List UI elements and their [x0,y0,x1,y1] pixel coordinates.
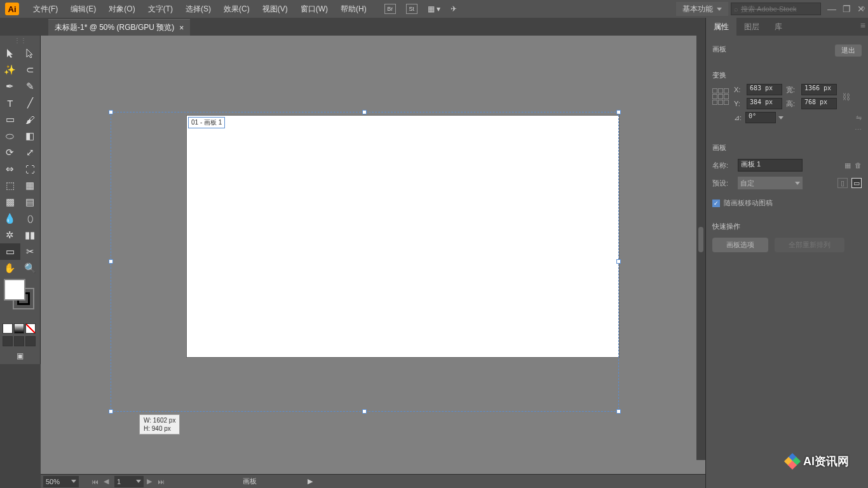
move-artwork-checkbox[interactable]: ✓ [712,200,720,207]
rectangle-tool[interactable]: ▭ [0,111,20,128]
draw-behind[interactable] [14,336,24,346]
handle-n[interactable] [362,110,367,114]
h-input[interactable]: 768 px [801,98,837,109]
handle-se[interactable] [616,409,621,414]
w-input[interactable]: 1366 px [801,84,837,95]
minimize-button[interactable]: — [827,4,836,14]
artboard-options-icon[interactable]: ▦ [844,161,851,170]
y-input[interactable]: 384 px [747,98,782,109]
menu-effect[interactable]: 效果(C) [217,0,256,18]
orientation-portrait-icon[interactable]: ▯ [837,178,848,188]
close-tab-icon[interactable]: × [179,24,184,32]
fill-swatch[interactable] [4,279,25,301]
paintbrush-tool[interactable]: 🖌 [20,111,41,128]
slice-tool[interactable]: ✂ [20,243,41,260]
type-tool[interactable]: T [0,95,20,111]
stock-search[interactable]: ⌕ 搜索 Adobe Stock [731,3,821,15]
tab-properties[interactable]: 属性 [706,18,736,36]
handle-e[interactable] [616,259,621,264]
document-tab[interactable]: 未标题-1* @ 50% (RGB/GPU 预览) × [48,19,190,36]
artboard-options-button[interactable]: 画板选项 [712,238,768,252]
color-mode-none[interactable] [25,323,36,334]
draw-inside[interactable] [25,336,36,346]
perspective-tool[interactable]: ▦ [20,177,41,194]
rotate-tool[interactable]: ⟳ [0,144,20,161]
menu-help[interactable]: 帮助(H) [334,0,373,18]
transform-more-icon[interactable]: ⋯ [712,126,862,134]
gpu-preview-icon[interactable]: ✈ [451,4,457,13]
selection-marquee[interactable] [111,112,619,412]
symbol-spray-tool[interactable]: ✲ [0,227,20,243]
artboard-name-input[interactable]: 画板 1 [738,159,803,172]
mesh-tool[interactable]: ▩ [0,194,20,210]
menubar: Ai 文件(F) 编辑(E) 对象(O) 文字(T) 选择(S) 效果(C) 视… [0,0,868,18]
reference-point-grid[interactable] [712,88,729,105]
pen-tool[interactable]: ✒ [0,78,20,95]
line-tool[interactable]: ╱ [20,95,41,111]
menu-view[interactable]: 视图(V) [256,0,294,18]
hscroll-left-icon[interactable]: ▶ [308,477,313,485]
canvas[interactable]: 01 - 画板 1 W: 1602 px H: 940 px [41,36,705,474]
handle-sw[interactable] [109,409,113,414]
zoom-tool[interactable]: 🔍 [20,260,41,276]
tab-libraries[interactable]: 库 [767,18,790,36]
shape-builder-tool[interactable]: ⬚ [0,177,20,194]
panel-menu-icon[interactable]: ≡ [860,20,865,30]
menu-file[interactable]: 文件(F) [27,0,64,18]
tab-layers[interactable]: 图层 [736,18,767,36]
w-label: 宽: [786,85,797,95]
screen-mode[interactable]: ▣ [0,348,40,364]
lasso-tool[interactable]: ⊂ [20,62,41,78]
menu-window[interactable]: 窗口(W) [294,0,334,18]
graph-tool[interactable]: ▮▮ [20,227,41,243]
zoom-level[interactable]: 50% [43,476,79,487]
draw-normal[interactable] [3,336,13,346]
direct-selection-tool[interactable] [20,45,41,62]
scale-tool[interactable]: ⤢ [20,144,41,161]
eyedropper-tool[interactable]: 💧 [0,210,20,227]
selection-tool[interactable] [0,45,20,62]
x-input[interactable]: 683 px [747,84,782,95]
vertical-scrollbar[interactable] [696,36,705,460]
artboard-tool[interactable]: ▭ [0,243,20,260]
menu-select[interactable]: 选择(S) [179,0,217,18]
color-mode-solid[interactable] [3,323,13,334]
tab-overflow-icon[interactable]: » [860,3,865,13]
exit-artboard-button[interactable]: 退出 [835,44,862,57]
arrange-docs-icon[interactable]: ▦ ▾ [428,4,440,13]
restore-button[interactable]: ❐ [843,4,851,14]
artboard-delete-icon[interactable]: 🗑 [855,161,862,169]
handle-w[interactable] [109,259,113,264]
preset-dropdown[interactable]: 自定 [738,177,803,189]
handle-ne[interactable] [616,110,621,114]
orientation-landscape-icon[interactable]: ▭ [851,178,862,188]
menu-edit[interactable]: 编辑(E) [64,0,102,18]
workspace-selector[interactable]: 基本功能 [676,2,728,16]
section-artboard2-title: 画板 [712,139,862,156]
menu-object[interactable]: 对象(O) [102,0,141,18]
handle-nw[interactable] [109,110,113,114]
curvature-tool[interactable]: ✎ [20,78,41,95]
shaper-tool[interactable]: ⬭ [0,128,20,144]
next-artboard-button[interactable]: ▶ [144,477,155,487]
magic-wand-tool[interactable]: ✨ [0,62,20,78]
menu-type[interactable]: 文字(T) [142,0,179,18]
eraser-tool[interactable]: ◧ [20,128,41,144]
bridge-icon[interactable]: Br [384,4,396,14]
fill-stroke-swatches[interactable] [0,276,40,322]
width-tool[interactable]: ⇔ [0,161,20,177]
angle-input[interactable]: 0° [745,112,776,123]
prev-artboard-button[interactable]: ◀ [100,477,112,487]
artboard-number[interactable]: 1 [114,476,144,487]
flip-h-icon[interactable]: ⇋ [856,114,862,122]
blend-tool[interactable]: ⬯ [20,210,41,227]
gradient-tool[interactable]: ▤ [20,194,41,210]
stock-icon[interactable]: St [406,4,417,14]
link-wh-icon[interactable]: ⛓ [842,92,850,102]
hand-tool[interactable]: ✋ [0,260,20,276]
handle-s[interactable] [362,409,367,414]
last-artboard-button[interactable]: ⏭ [155,477,166,487]
free-transform-tool[interactable]: ⛶ [20,161,41,177]
color-mode-gradient[interactable] [14,323,24,334]
first-artboard-button[interactable]: ⏮ [89,477,100,487]
